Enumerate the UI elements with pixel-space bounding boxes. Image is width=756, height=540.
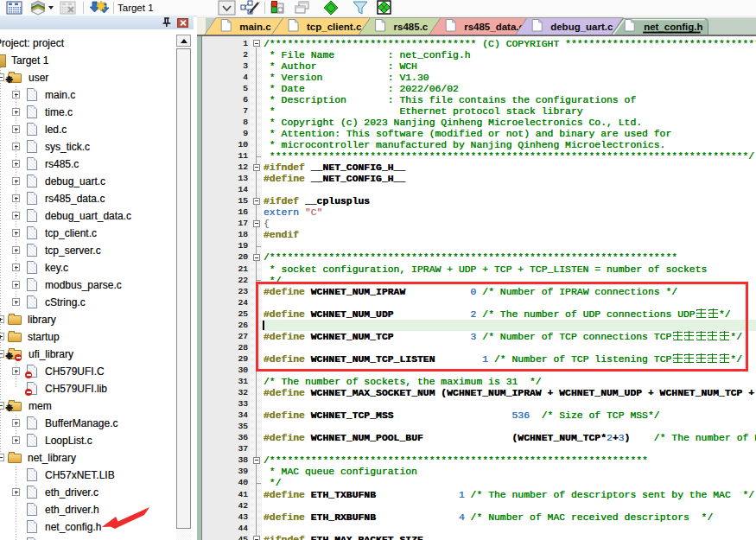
svg-text:Target 1: Target 1 — [118, 3, 154, 13]
svg-text:tcp_client.c: tcp_client.c — [307, 22, 362, 32]
svg-text:rs485.c: rs485.c — [394, 22, 429, 32]
svg-text:net_config.h: net_config.h — [644, 22, 702, 32]
svg-text:main.c: main.c — [239, 22, 271, 32]
svg-text:debug_uart.c: debug_uart.c — [550, 22, 613, 32]
svg-text:rs485_data.c: rs485_data.c — [464, 22, 524, 32]
